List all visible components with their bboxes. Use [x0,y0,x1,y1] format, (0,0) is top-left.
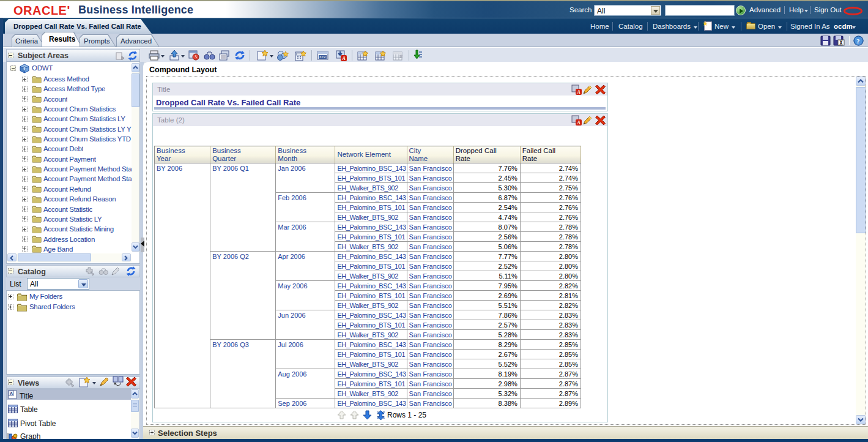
svg-text:XYZ: XYZ [319,55,326,59]
svg-text:A: A [577,120,581,125]
svg-text:?: ? [856,37,860,45]
svg-text:A: A [10,391,13,395]
svg-text:A: A [577,89,581,95]
svg-text:A: A [342,56,346,61]
svg-text:X: X [840,40,843,46]
